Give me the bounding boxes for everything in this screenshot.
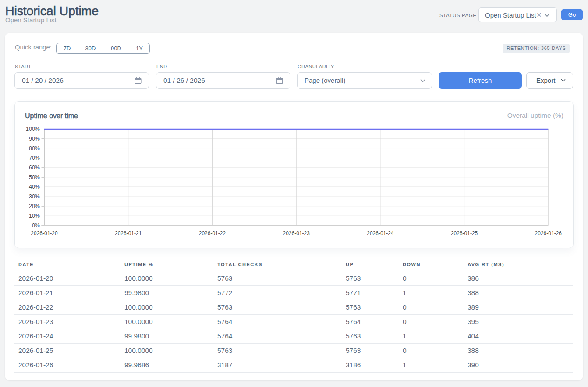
svg-text:30%: 30% bbox=[29, 194, 40, 200]
svg-text:60%: 60% bbox=[29, 165, 40, 171]
svg-text:20%: 20% bbox=[29, 203, 40, 209]
svg-text:10%: 10% bbox=[29, 213, 40, 219]
svg-text:0%: 0% bbox=[32, 222, 40, 229]
svg-text:2026-01-20: 2026-01-20 bbox=[31, 230, 58, 236]
svg-text:90%: 90% bbox=[29, 136, 40, 142]
svg-text:70%: 70% bbox=[29, 155, 40, 161]
svg-text:2026-01-23: 2026-01-23 bbox=[283, 230, 310, 236]
svg-text:2026-01-24: 2026-01-24 bbox=[367, 230, 394, 236]
svg-text:2026-01-21: 2026-01-21 bbox=[115, 230, 142, 236]
svg-text:2026-01-22: 2026-01-22 bbox=[199, 230, 226, 236]
svg-text:2026-01-25: 2026-01-25 bbox=[451, 230, 478, 236]
svg-text:50%: 50% bbox=[29, 174, 40, 180]
svg-text:2026-01-26: 2026-01-26 bbox=[535, 230, 562, 236]
svg-text:40%: 40% bbox=[29, 184, 40, 190]
svg-text:80%: 80% bbox=[29, 145, 40, 151]
svg-text:100%: 100% bbox=[26, 126, 40, 132]
